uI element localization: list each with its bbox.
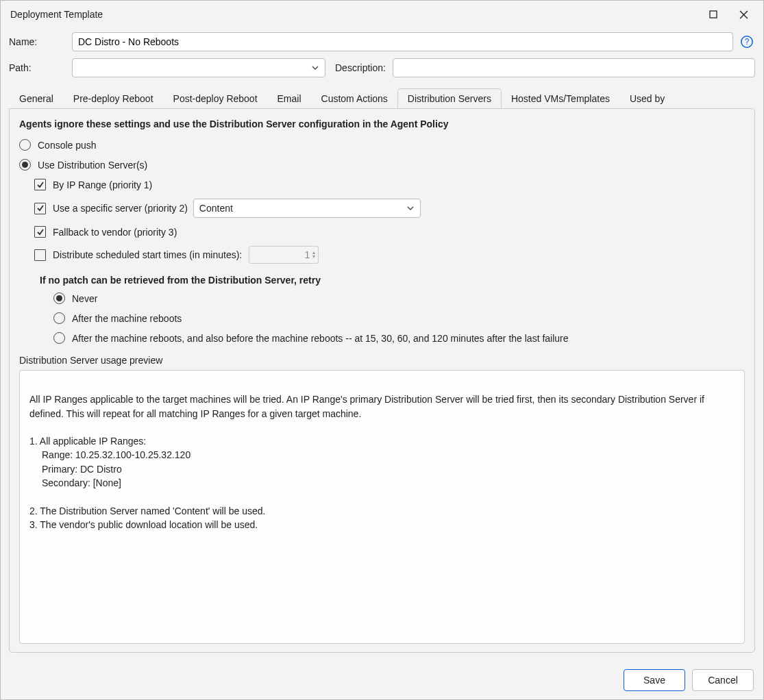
agent-policy-note: Agents ignore these settings and use the… (19, 118, 745, 129)
tab-custom-actions[interactable]: Custom Actions (311, 88, 398, 108)
specific-server-value: Content (199, 203, 233, 214)
specific-server-select[interactable]: Content (193, 199, 421, 218)
tab-bar: General Pre-deploy Reboot Post-deploy Re… (9, 88, 755, 108)
use-ds-radio-row[interactable]: Use Distribution Server(s) (19, 159, 745, 171)
retry-after-reboot-radio[interactable] (53, 312, 65, 324)
tab-used-by[interactable]: Used by (619, 88, 675, 108)
svg-rect-0 (710, 11, 717, 18)
window-controls (700, 5, 756, 24)
console-push-label: Console push (38, 140, 97, 151)
retry-never-label: Never (72, 293, 97, 304)
close-button[interactable] (730, 5, 756, 24)
preview-intro: All IP Ranges applicable to the target m… (29, 394, 707, 418)
distribute-times-checkbox[interactable] (34, 249, 46, 261)
spinner-arrows-icon[interactable]: ▴▾ (312, 251, 315, 259)
cancel-button[interactable]: Cancel (692, 669, 754, 691)
description-label: Description: (335, 62, 386, 73)
name-label: Name: (9, 36, 72, 47)
description-input[interactable] (393, 58, 755, 77)
deployment-template-window: Deployment Template Name: ? Path: (0, 0, 764, 700)
retry-never-radio[interactable] (53, 292, 65, 304)
save-button[interactable]: Save (624, 669, 685, 691)
tab-predeploy-reboot[interactable]: Pre-deploy Reboot (63, 88, 164, 108)
name-row: Name: ? (9, 32, 755, 51)
specific-server-label: Use a specific server (priority 2) (53, 203, 188, 214)
content-area: Name: ? Path: Description: General Pre-d… (1, 25, 763, 661)
retry-after-reboot-long-label: After the machine reboots, and also befo… (72, 333, 569, 344)
tab-postdeploy-reboot[interactable]: Post-deploy Reboot (163, 88, 268, 108)
use-ds-radio[interactable] (19, 159, 31, 171)
footer: Save Cancel (1, 661, 763, 699)
retry-after-reboot-long-row[interactable]: After the machine reboots, and also befo… (53, 332, 745, 344)
tab-email[interactable]: Email (267, 88, 312, 108)
console-push-radio[interactable] (19, 139, 31, 151)
retry-after-reboot-label: After the machine reboots (72, 313, 182, 324)
distribute-times-label: Distribute scheduled start times (in min… (53, 249, 242, 260)
titlebar: Deployment Template (1, 1, 763, 25)
fallback-vendor-label: Fallback to vendor (priority 3) (53, 227, 177, 238)
preview-item1-header: 1. All applicable IP Ranges: (29, 436, 146, 447)
path-select[interactable] (72, 58, 325, 77)
retry-after-reboot-long-radio[interactable] (53, 332, 65, 344)
preview-item2: 2. The Distribution Server named 'Conten… (29, 505, 265, 516)
distribute-minutes-value: 1 (255, 249, 312, 260)
retry-heading: If no patch can be retrieved from the Di… (40, 275, 745, 286)
window-title: Deployment Template (10, 9, 103, 20)
path-label: Path: (9, 62, 72, 73)
distribute-minutes-spinner[interactable]: 1 ▴▾ (249, 246, 319, 264)
distribute-times-row: Distribute scheduled start times (in min… (34, 246, 745, 264)
chevron-down-icon (406, 204, 415, 212)
by-ip-range-checkbox[interactable] (34, 179, 46, 190)
chevron-down-icon (311, 64, 319, 72)
distribution-servers-panel: Agents ignore these settings and use the… (9, 108, 755, 653)
name-input[interactable] (72, 32, 733, 51)
use-ds-label: Use Distribution Server(s) (38, 160, 147, 171)
svg-text:?: ? (745, 37, 750, 47)
specific-server-row: Use a specific server (priority 2) Conte… (34, 199, 745, 218)
retry-after-reboot-row[interactable]: After the machine reboots (53, 312, 745, 324)
path-row: Path: Description: (9, 58, 755, 77)
preview-item1-primary: Primary: DC Distro (29, 462, 735, 476)
preview-item1-range: Range: 10.25.32.100-10.25.32.120 (29, 448, 735, 462)
by-ip-range-label: By IP Range (priority 1) (53, 179, 152, 190)
console-push-radio-row[interactable]: Console push (19, 139, 745, 151)
maximize-button[interactable] (700, 5, 726, 24)
help-icon[interactable]: ? (739, 34, 755, 50)
preview-item3: 3. The vendor's public download location… (29, 519, 258, 530)
by-ip-range-row[interactable]: By IP Range (priority 1) (34, 179, 745, 190)
fallback-vendor-row[interactable]: Fallback to vendor (priority 3) (34, 226, 745, 238)
specific-server-checkbox[interactable] (34, 203, 46, 214)
tab-distribution-servers[interactable]: Distribution Servers (397, 88, 502, 108)
preview-box: All IP Ranges applicable to the target m… (19, 370, 745, 644)
fallback-vendor-checkbox[interactable] (34, 226, 46, 238)
tab-hosted-vms[interactable]: Hosted VMs/Templates (501, 88, 620, 108)
preview-label: Distribution Server usage preview (19, 355, 745, 366)
retry-never-row[interactable]: Never (53, 292, 745, 304)
tab-general[interactable]: General (9, 88, 64, 108)
preview-item1-secondary: Secondary: [None] (29, 476, 735, 490)
